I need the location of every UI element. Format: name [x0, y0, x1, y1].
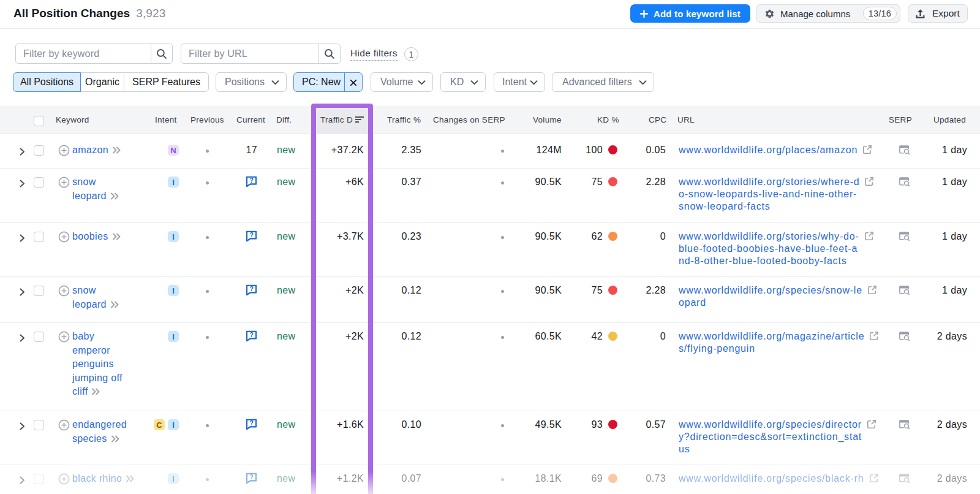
- svg-text:?: ?: [249, 473, 253, 481]
- svg-text:?: ?: [249, 419, 253, 427]
- svg-text:?: ?: [249, 285, 253, 292]
- svg-text:?: ?: [249, 231, 253, 238]
- svg-text:?: ?: [249, 331, 253, 338]
- svg-text:?: ?: [249, 177, 253, 184]
